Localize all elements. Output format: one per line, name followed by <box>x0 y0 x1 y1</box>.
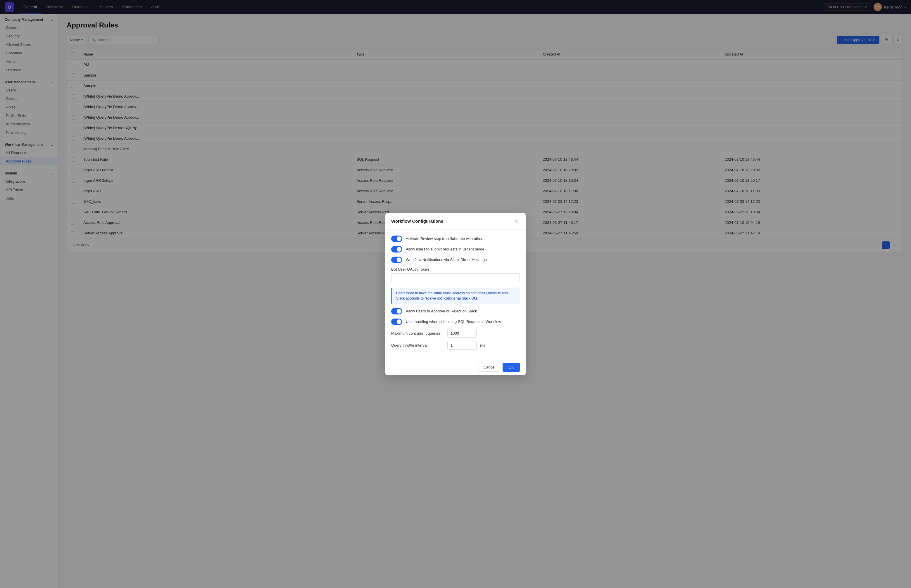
toggle-urgent-mode-row: Allow users to submit requests in Urgent… <box>391 246 520 252</box>
toggle-allow-approve-reject-label: Allow Users to Approve or Reject on Slac… <box>406 309 477 313</box>
toggle-urgent-mode-label: Allow users to submit requests in Urgent… <box>406 247 484 251</box>
modal-footer: Cancel OK <box>385 359 526 375</box>
slack-info-box: Users need to have the same email addres… <box>391 288 520 304</box>
throttle-unit-label: ms <box>480 343 485 347</box>
toggle-slack-dm-row: Workflow Notifications via Slack Direct … <box>391 257 520 263</box>
toggle-slack-dm-label: Workflow Notifications via Slack Direct … <box>406 257 487 262</box>
modal-title: Workflow Configurations <box>391 219 443 224</box>
max-concurrent-row: Maximum concurrent queries <box>391 329 520 338</box>
toggle-urgent-mode[interactable] <box>391 246 402 252</box>
throttle-interval-input[interactable] <box>447 341 477 349</box>
toggle-activate-review-row: Activate Review step to collaborate with… <box>391 236 520 242</box>
toggle-activate-review-label: Activate Review step to collaborate with… <box>406 236 484 241</box>
modal-header: Workflow Configurations ✕ <box>385 213 526 230</box>
toggle-activate-review[interactable] <box>391 236 402 242</box>
toggle-throttling-label: Use throttling when submitting SQL Reque… <box>406 320 501 324</box>
toggle-allow-approve-reject-row: Allow Users to Approve or Reject on Slac… <box>391 308 520 315</box>
cancel-button[interactable]: Cancel <box>479 363 500 372</box>
workflow-configurations-modal: Workflow Configurations ✕ Activate Revie… <box>385 213 526 375</box>
toggle-throttling[interactable] <box>391 318 402 325</box>
bot-token-input[interactable] <box>391 273 520 282</box>
max-concurrent-label: Maximum concurrent queries <box>391 331 444 336</box>
modal-close-button[interactable]: ✕ <box>513 218 520 225</box>
throttle-interval-row: Query throttle interval ms <box>391 341 520 349</box>
toggle-allow-approve-reject[interactable] <box>391 308 402 315</box>
toggle-throttling-row: Use throttling when submitting SQL Reque… <box>391 318 520 325</box>
ok-button[interactable]: OK <box>503 363 520 372</box>
modal-overlay[interactable]: Workflow Configurations ✕ Activate Revie… <box>0 0 911 588</box>
modal-body: Activate Review step to collaborate with… <box>385 230 526 359</box>
max-concurrent-input[interactable] <box>447 329 477 338</box>
toggle-slack-dm[interactable] <box>391 257 402 263</box>
bot-token-label: Bot User OAuth Token <box>391 267 520 271</box>
throttle-interval-label: Query throttle interval <box>391 343 444 347</box>
